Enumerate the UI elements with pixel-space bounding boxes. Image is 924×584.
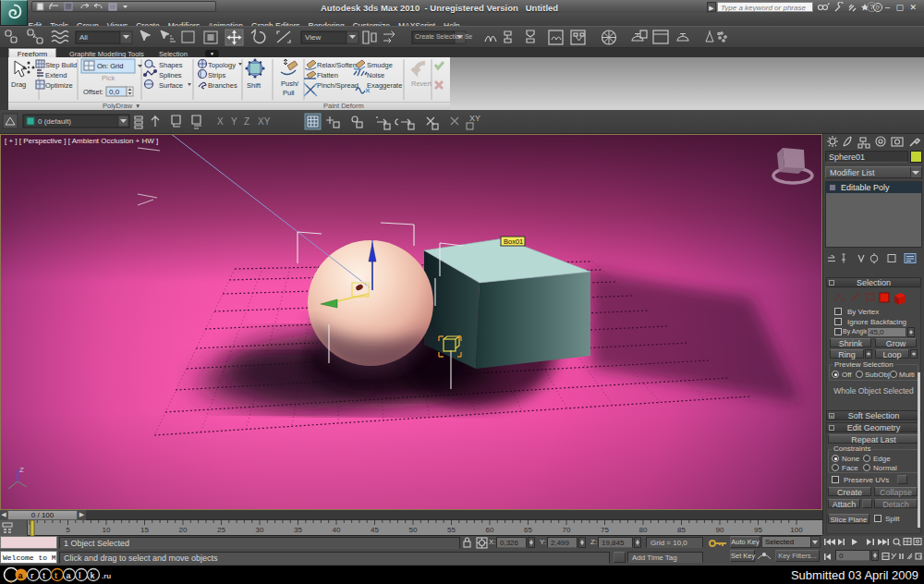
svg-text:Topology: Topology — [208, 61, 236, 69]
svg-text:XY: XY — [469, 114, 480, 123]
svg-text:85: 85 — [677, 526, 686, 534]
svg-text:70: 70 — [563, 526, 571, 534]
svg-text:10: 10 — [103, 526, 111, 534]
svg-text:0 (default): 0 (default) — [38, 117, 71, 126]
svg-text:Relax/Soften: Relax/Soften — [317, 61, 357, 69]
svg-text:Smudge: Smudge — [367, 61, 393, 69]
svg-text:Y: Y — [231, 116, 237, 127]
svg-text:95: 95 — [754, 526, 762, 534]
svg-text:Drag: Drag — [11, 80, 26, 89]
svg-text:X: X — [217, 116, 224, 127]
svg-text:Pick: Pick — [102, 74, 115, 82]
svg-text:Step Build: Step Build — [45, 61, 77, 69]
svg-text:25: 25 — [217, 526, 225, 534]
svg-text:40: 40 — [333, 526, 341, 534]
svg-text:55: 55 — [447, 526, 456, 534]
svg-text:Optimize: Optimize — [45, 81, 73, 90]
svg-text:[ + ] [ Perspective ] [ Ambien: [ + ] [ Perspective ] [ Ambient Occlusio… — [5, 137, 158, 145]
svg-text:80: 80 — [639, 526, 648, 534]
svg-text:Box01: Box01 — [504, 237, 523, 246]
svg-text:Offset:: Offset: — [83, 88, 103, 96]
svg-text:View: View — [305, 33, 321, 42]
svg-text:5: 5 — [66, 526, 70, 534]
svg-text:Z: Z — [244, 116, 249, 127]
svg-text:0,0: 0,0 — [109, 88, 120, 96]
svg-text:Strips: Strips — [208, 71, 225, 79]
svg-text:Push/: Push/ — [281, 79, 299, 88]
svg-text:All: All — [79, 33, 88, 42]
svg-text:Branches: Branches — [208, 81, 237, 90]
svg-text:Shapes: Shapes — [159, 61, 183, 69]
svg-text:90: 90 — [716, 526, 724, 534]
svg-text:Shift: Shift — [247, 81, 261, 90]
svg-text:45: 45 — [371, 526, 379, 534]
svg-text:15: 15 — [140, 526, 149, 534]
svg-text:65: 65 — [524, 526, 532, 534]
svg-text:XY: XY — [258, 116, 271, 127]
svg-text:75: 75 — [601, 526, 609, 534]
svg-text:30: 30 — [256, 526, 264, 534]
svg-text:60: 60 — [486, 526, 494, 534]
svg-text:Noise: Noise — [367, 71, 384, 79]
svg-text:35: 35 — [294, 526, 302, 534]
svg-text:Pull: Pull — [283, 89, 295, 97]
svg-text:20: 20 — [179, 526, 188, 534]
svg-text:Extend: Extend — [45, 71, 67, 79]
svg-text:Pinch/Spread: Pinch/Spread — [317, 81, 359, 90]
svg-text:Z: Z — [19, 466, 24, 474]
svg-text:50: 50 — [409, 526, 418, 534]
svg-text:Revert: Revert — [411, 79, 432, 88]
svg-text:Surface: Surface — [159, 81, 183, 90]
svg-text:100: 100 — [790, 526, 803, 534]
svg-text:On: Grid: On: Grid — [97, 62, 123, 70]
svg-text:Create Selection Se: Create Selection Se — [415, 33, 472, 40]
svg-text:Flatten: Flatten — [317, 71, 338, 79]
svg-text:Exaggerate: Exaggerate — [367, 81, 402, 90]
svg-text:Splines: Splines — [159, 71, 182, 79]
